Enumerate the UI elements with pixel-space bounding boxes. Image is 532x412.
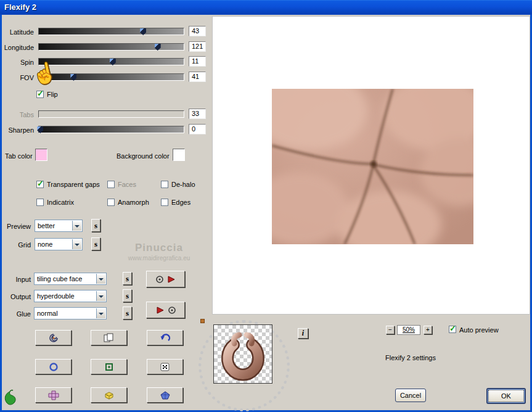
glue-label: Glue xyxy=(0,310,31,318)
cube-button[interactable] xyxy=(91,387,127,403)
title-bar[interactable]: Flexify 2 xyxy=(0,0,532,15)
spiral-button[interactable] xyxy=(35,330,72,345)
faces-label: Faces xyxy=(118,181,136,189)
sharpen-slider-thumb[interactable] xyxy=(37,126,43,133)
grid-s-button[interactable]: s xyxy=(91,237,100,250)
transparent-gaps-label: Transparent gaps xyxy=(47,181,100,189)
chevron-down-icon[interactable] xyxy=(96,274,105,284)
latitude-slider-thumb[interactable] xyxy=(140,28,146,35)
watermark-site: www.maidiregrafica.eu xyxy=(120,255,198,262)
input-select[interactable]: tiling cube face xyxy=(34,273,107,285)
fov-slider-thumb[interactable] xyxy=(70,74,76,81)
spin-value-field[interactable]: 11 xyxy=(189,56,206,67)
ring-icon xyxy=(49,362,59,372)
tab-color-swatch[interactable] xyxy=(35,149,47,161)
play-target-icon xyxy=(153,305,178,315)
background-color-swatch[interactable] xyxy=(173,149,185,161)
de-halo-checkbox[interactable] xyxy=(161,181,168,188)
undo-button[interactable] xyxy=(147,330,183,345)
render-forward-button[interactable] xyxy=(146,271,185,287)
pepper-logo-icon xyxy=(3,389,18,405)
sharpen-slider[interactable] xyxy=(38,126,184,133)
chevron-down-icon[interactable] xyxy=(72,221,81,231)
preview-label: Preview xyxy=(0,223,31,230)
anamorph-checkbox[interactable] xyxy=(107,199,115,206)
grid-value: none xyxy=(38,241,52,248)
grid-select[interactable]: none xyxy=(35,238,83,250)
window-title: Flexify 2 xyxy=(4,2,36,12)
preview-canvas xyxy=(212,16,530,315)
faces-checkbox xyxy=(107,181,115,188)
square-button[interactable] xyxy=(91,359,127,374)
chevron-down-icon[interactable] xyxy=(96,291,105,301)
sharpen-label: Sharpen xyxy=(0,126,34,134)
flip-label: Flip xyxy=(47,91,58,99)
glue-select[interactable]: normal xyxy=(34,307,107,319)
orange-handle[interactable] xyxy=(200,319,205,323)
fov-label: FOV xyxy=(0,74,34,81)
indicatrix-label: Indicatrix xyxy=(47,199,74,207)
shape-thumbnail[interactable] xyxy=(213,324,272,384)
shell-shape-icon xyxy=(214,325,272,383)
zoom-in-button[interactable]: + xyxy=(424,326,432,334)
dice-icon xyxy=(160,362,171,372)
indicatrix-checkbox[interactable] xyxy=(36,199,44,206)
transparent-gaps-checkbox[interactable] xyxy=(36,181,44,188)
settings-label: Flexify 2 settings xyxy=(369,354,452,361)
preview-s-button[interactable]: s xyxy=(91,219,100,232)
longitude-value-field[interactable]: 121 xyxy=(189,41,206,52)
tabs-slider xyxy=(38,110,184,118)
render-reverse-button[interactable] xyxy=(146,302,185,318)
chevron-down-icon[interactable] xyxy=(96,308,105,318)
fov-value-field[interactable]: 41 xyxy=(189,72,206,82)
yellow-cube-icon xyxy=(104,390,115,400)
copy-button[interactable] xyxy=(91,330,127,345)
target-play-icon xyxy=(153,274,178,284)
tabs-label: Tabs xyxy=(0,111,34,118)
tabs-value-field[interactable]: 33 xyxy=(189,109,206,119)
output-select[interactable]: hyperdouble xyxy=(34,290,107,302)
edges-label: Edges xyxy=(171,199,190,207)
spin-slider-thumb[interactable] xyxy=(110,59,116,65)
latitude-slider[interactable] xyxy=(38,28,184,35)
output-value: hyperdouble xyxy=(37,292,75,300)
chevron-down-icon[interactable] xyxy=(72,239,81,249)
info-button[interactable]: i xyxy=(298,328,308,339)
flip-checkbox[interactable] xyxy=(36,91,44,98)
flexify-dialog: Flexify 2 Latitude 43 Longitude 121 Spin… xyxy=(0,0,532,412)
edges-checkbox[interactable] xyxy=(161,199,168,206)
input-value: tiling cube face xyxy=(37,275,82,282)
ok-button[interactable]: OK xyxy=(486,388,526,404)
gem-button[interactable] xyxy=(147,387,183,403)
input-s-button[interactable]: s xyxy=(123,272,132,285)
de-halo-label: De-halo xyxy=(171,181,195,189)
hand-cursor-icon: ☝ xyxy=(30,59,59,87)
longitude-slider[interactable] xyxy=(38,43,184,51)
zoom-out-button[interactable]: − xyxy=(386,326,395,334)
auto-preview-checkbox[interactable] xyxy=(449,326,456,333)
spiral-icon xyxy=(47,333,60,343)
latitude-value-field[interactable]: 43 xyxy=(189,26,206,36)
longitude-slider-thumb[interactable] xyxy=(155,44,161,51)
background-color-label: Background color xyxy=(117,152,170,160)
glue-s-button[interactable]: s xyxy=(123,307,132,319)
gem-icon xyxy=(160,390,171,400)
fov-slider[interactable] xyxy=(38,73,184,81)
preview-select[interactable]: better xyxy=(35,220,83,232)
cancel-button[interactable]: Cancel xyxy=(395,389,426,402)
zoom-level[interactable]: 50% xyxy=(397,325,420,335)
slider-row-sharpen: Sharpen 0 xyxy=(0,126,210,134)
spin-slider[interactable] xyxy=(38,58,184,65)
output-s-button[interactable]: s xyxy=(123,289,132,302)
slider-row-longitude: Longitude 121 xyxy=(0,43,210,52)
dice-button[interactable] xyxy=(147,359,183,374)
longitude-label: Longitude xyxy=(0,44,34,51)
latitude-label: Latitude xyxy=(0,28,34,36)
output-label: Output xyxy=(0,293,31,300)
anamorph-label: Anamorph xyxy=(118,199,149,207)
ring-button[interactable] xyxy=(35,359,72,374)
slider-row-tabs: Tabs 33 xyxy=(0,110,210,119)
sharpen-value-field[interactable]: 0 xyxy=(189,124,206,134)
undo-arrow-icon xyxy=(159,333,171,343)
plus-button[interactable] xyxy=(35,387,72,403)
